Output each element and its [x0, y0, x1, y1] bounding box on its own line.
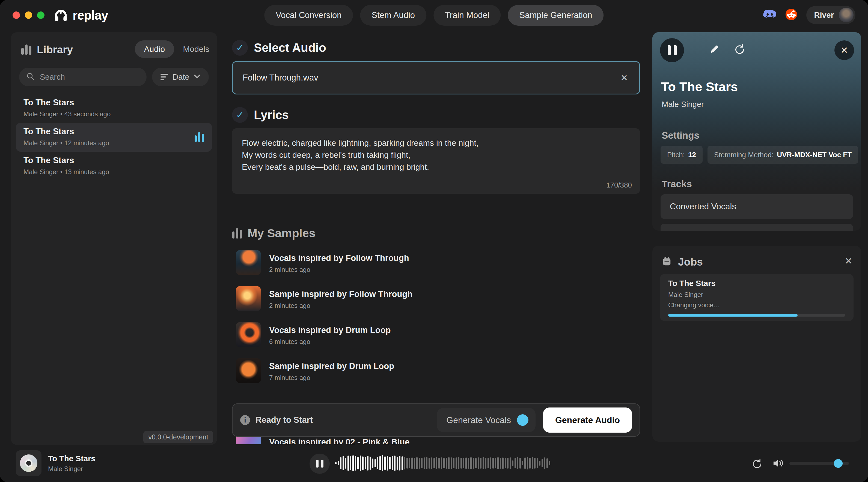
waveform-bar[interactable]: [512, 460, 514, 466]
waveform-bar[interactable]: [382, 455, 383, 471]
track-row[interactable]: Converted Vocals: [660, 194, 853, 219]
waveform-bar[interactable]: [424, 457, 425, 469]
waveform-bar[interactable]: [347, 455, 349, 471]
waveform-bar[interactable]: [406, 458, 408, 469]
volume-icon[interactable]: [772, 457, 784, 470]
library-item[interactable]: To The Stars Male Singer • 43 seconds ag…: [16, 94, 212, 123]
waveform-bar[interactable]: [463, 458, 464, 468]
waveform-bar[interactable]: [372, 458, 373, 468]
waveform-bar[interactable]: [527, 457, 528, 470]
tab-stem-audio[interactable]: Stem Audio: [360, 5, 427, 26]
waveform-bar[interactable]: [399, 456, 400, 471]
waveform-bar[interactable]: [352, 455, 354, 471]
waveform-bar[interactable]: [534, 458, 535, 469]
waveform-bar[interactable]: [475, 458, 476, 468]
reddit-icon[interactable]: [785, 8, 798, 22]
waveform-bar[interactable]: [338, 461, 339, 465]
waveform-bar[interactable]: [416, 457, 417, 469]
generate-audio-button[interactable]: Generate Audio: [543, 408, 632, 432]
track-row-partial[interactable]: [660, 224, 853, 231]
waveform-bar[interactable]: [500, 458, 501, 469]
discord-icon[interactable]: [763, 9, 776, 21]
waveform-bar[interactable]: [357, 457, 359, 470]
waveform-bar[interactable]: [515, 458, 516, 468]
waveform-bar[interactable]: [517, 457, 518, 469]
waveform-bar[interactable]: [480, 458, 482, 469]
waveform-bar[interactable]: [483, 457, 484, 469]
waveform-bar[interactable]: [451, 457, 452, 469]
waveform-bar[interactable]: [537, 458, 538, 468]
waveform-bar[interactable]: [505, 458, 506, 468]
panel-pause-button[interactable]: [660, 38, 684, 62]
waveform-bar[interactable]: [448, 457, 450, 469]
waveform-bar[interactable]: [544, 457, 546, 469]
sample-item[interactable]: Vocals inspired by Drum Loop 6 minutes a…: [236, 322, 634, 354]
waveform-bar[interactable]: [473, 458, 474, 469]
waveform-bar[interactable]: [478, 457, 479, 469]
waveform-bar[interactable]: [404, 457, 405, 470]
waveform-bar[interactable]: [370, 457, 371, 470]
waveform-bar[interactable]: [387, 456, 388, 471]
waveform-bar[interactable]: [419, 458, 420, 469]
volume-slider[interactable]: [789, 462, 849, 465]
waveform-bar[interactable]: [470, 457, 472, 469]
close-panel-icon[interactable]: ✕: [834, 40, 854, 60]
waveform-bar[interactable]: [389, 457, 391, 470]
clear-audio-icon[interactable]: ✕: [619, 73, 629, 83]
tab-sample-generation[interactable]: Sample Generation: [508, 5, 604, 26]
waveform-bar[interactable]: [402, 456, 403, 470]
waveform-bar[interactable]: [392, 456, 393, 470]
waveform-bar[interactable]: [426, 457, 428, 469]
tab-train-model[interactable]: Train Model: [433, 5, 501, 26]
waveform-bar[interactable]: [429, 458, 430, 469]
close-jobs-icon[interactable]: ✕: [845, 255, 853, 266]
waveform-bar[interactable]: [394, 455, 396, 471]
waveform-bar[interactable]: [446, 458, 447, 469]
waveform-bar[interactable]: [365, 457, 366, 469]
waveform-bar[interactable]: [529, 458, 531, 469]
waveform-bar[interactable]: [438, 458, 440, 469]
waveform-bar[interactable]: [465, 457, 467, 469]
edit-pencil-icon[interactable]: [709, 44, 719, 56]
waveform-bar[interactable]: [343, 456, 344, 470]
waveform-bar[interactable]: [436, 457, 437, 469]
waveform-bar[interactable]: [431, 457, 432, 469]
waveform-bar[interactable]: [488, 458, 489, 468]
waveform-bar[interactable]: [374, 459, 376, 467]
waveform-bar[interactable]: [468, 458, 469, 469]
waveform-bar[interactable]: [458, 457, 459, 469]
waveform-bar[interactable]: [411, 457, 413, 469]
waveform-bar[interactable]: [377, 457, 378, 469]
waveform-bar[interactable]: [441, 457, 442, 469]
volume-knob[interactable]: [834, 459, 843, 468]
close-window-button[interactable]: [12, 11, 20, 19]
sample-item[interactable]: Sample inspired by Drum Loop 7 minutes a…: [236, 358, 634, 390]
waveform-bar[interactable]: [497, 457, 499, 469]
sample-item[interactable]: Vocals inspired by Follow Through 2 minu…: [236, 250, 634, 282]
lyrics-textarea[interactable]: Flow electric, charged like lightning, s…: [232, 128, 640, 194]
waveform-bar[interactable]: [433, 458, 435, 468]
waveform-bar[interactable]: [461, 458, 462, 469]
regenerate-icon[interactable]: [734, 44, 745, 56]
sort-by-date-button[interactable]: Date: [152, 68, 209, 86]
toggle-models[interactable]: Models: [183, 44, 209, 54]
waveform-bar[interactable]: [492, 458, 494, 469]
waveform-bar[interactable]: [340, 457, 341, 469]
waveform-bar[interactable]: [507, 458, 508, 469]
waveform-bar[interactable]: [345, 458, 346, 469]
waveform-bar[interactable]: [443, 458, 445, 468]
library-item[interactable]: To The Stars Male Singer • 13 minutes ag…: [16, 152, 212, 181]
waveform-bar[interactable]: [485, 458, 487, 469]
waveform-bar[interactable]: [541, 459, 543, 467]
waveform-bar[interactable]: [502, 457, 504, 469]
waveform-bar[interactable]: [409, 458, 410, 468]
waveform-bar[interactable]: [495, 458, 496, 468]
playback-pause-button[interactable]: [310, 454, 330, 474]
search-input[interactable]: [39, 72, 140, 82]
sample-item[interactable]: Sample inspired by Follow Through 2 minu…: [236, 286, 634, 318]
selected-audio-field[interactable]: Follow Through.wav ✕: [232, 61, 640, 94]
waveform-bar[interactable]: [360, 455, 361, 471]
waveform-bar[interactable]: [335, 462, 337, 464]
waveform-bar[interactable]: [549, 461, 550, 465]
job-item[interactable]: To The Stars Male Singer Changing voice…: [660, 274, 854, 321]
